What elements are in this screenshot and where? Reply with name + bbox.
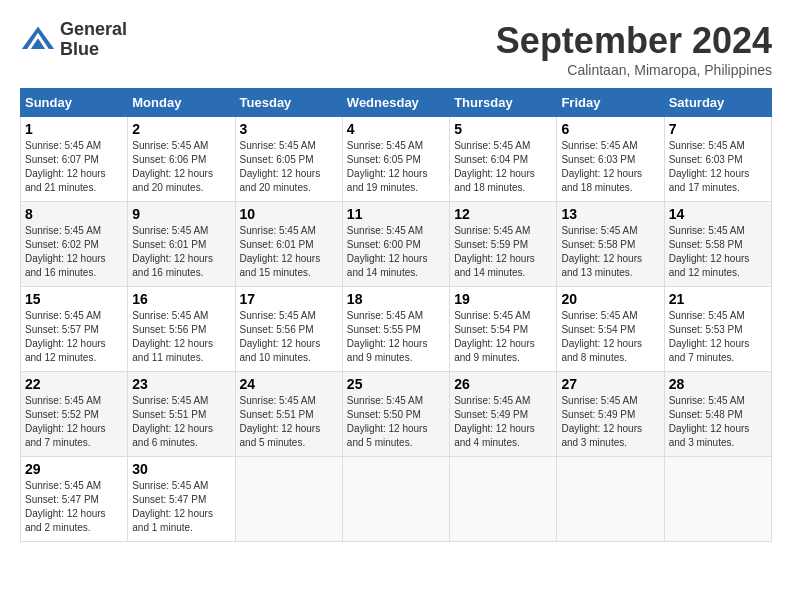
day-number: 14 <box>669 206 767 222</box>
cell-info: Sunrise: 5:45 AM Sunset: 5:59 PM Dayligh… <box>454 224 552 280</box>
col-header-sunday: Sunday <box>21 89 128 117</box>
week-row-3: 15Sunrise: 5:45 AM Sunset: 5:57 PM Dayli… <box>21 287 772 372</box>
logo-text: General Blue <box>60 20 127 60</box>
calendar-cell: 23Sunrise: 5:45 AM Sunset: 5:51 PM Dayli… <box>128 372 235 457</box>
day-number: 16 <box>132 291 230 307</box>
calendar-cell: 16Sunrise: 5:45 AM Sunset: 5:56 PM Dayli… <box>128 287 235 372</box>
calendar-cell: 7Sunrise: 5:45 AM Sunset: 6:03 PM Daylig… <box>664 117 771 202</box>
calendar-cell: 15Sunrise: 5:45 AM Sunset: 5:57 PM Dayli… <box>21 287 128 372</box>
calendar-cell: 1Sunrise: 5:45 AM Sunset: 6:07 PM Daylig… <box>21 117 128 202</box>
day-number: 9 <box>132 206 230 222</box>
day-number: 20 <box>561 291 659 307</box>
cell-info: Sunrise: 5:45 AM Sunset: 5:47 PM Dayligh… <box>132 479 230 535</box>
calendar-cell <box>450 457 557 542</box>
day-number: 3 <box>240 121 338 137</box>
cell-info: Sunrise: 5:45 AM Sunset: 5:54 PM Dayligh… <box>454 309 552 365</box>
day-number: 18 <box>347 291 445 307</box>
day-number: 29 <box>25 461 123 477</box>
cell-info: Sunrise: 5:45 AM Sunset: 6:06 PM Dayligh… <box>132 139 230 195</box>
cell-info: Sunrise: 5:45 AM Sunset: 6:02 PM Dayligh… <box>25 224 123 280</box>
calendar-cell: 24Sunrise: 5:45 AM Sunset: 5:51 PM Dayli… <box>235 372 342 457</box>
calendar-cell: 5Sunrise: 5:45 AM Sunset: 6:04 PM Daylig… <box>450 117 557 202</box>
calendar-cell: 17Sunrise: 5:45 AM Sunset: 5:56 PM Dayli… <box>235 287 342 372</box>
day-number: 4 <box>347 121 445 137</box>
day-number: 25 <box>347 376 445 392</box>
calendar-cell: 29Sunrise: 5:45 AM Sunset: 5:47 PM Dayli… <box>21 457 128 542</box>
header-row: SundayMondayTuesdayWednesdayThursdayFrid… <box>21 89 772 117</box>
day-number: 24 <box>240 376 338 392</box>
calendar-cell: 21Sunrise: 5:45 AM Sunset: 5:53 PM Dayli… <box>664 287 771 372</box>
cell-info: Sunrise: 5:45 AM Sunset: 5:49 PM Dayligh… <box>454 394 552 450</box>
day-number: 23 <box>132 376 230 392</box>
day-number: 17 <box>240 291 338 307</box>
logo: General Blue <box>20 20 127 60</box>
day-number: 5 <box>454 121 552 137</box>
day-number: 22 <box>25 376 123 392</box>
day-number: 27 <box>561 376 659 392</box>
cell-info: Sunrise: 5:45 AM Sunset: 5:56 PM Dayligh… <box>240 309 338 365</box>
day-number: 12 <box>454 206 552 222</box>
cell-info: Sunrise: 5:45 AM Sunset: 5:48 PM Dayligh… <box>669 394 767 450</box>
week-row-1: 1Sunrise: 5:45 AM Sunset: 6:07 PM Daylig… <box>21 117 772 202</box>
day-number: 21 <box>669 291 767 307</box>
day-number: 28 <box>669 376 767 392</box>
cell-info: Sunrise: 5:45 AM Sunset: 5:51 PM Dayligh… <box>240 394 338 450</box>
day-number: 15 <box>25 291 123 307</box>
day-number: 6 <box>561 121 659 137</box>
calendar-cell: 9Sunrise: 5:45 AM Sunset: 6:01 PM Daylig… <box>128 202 235 287</box>
day-number: 1 <box>25 121 123 137</box>
calendar-cell: 4Sunrise: 5:45 AM Sunset: 6:05 PM Daylig… <box>342 117 449 202</box>
cell-info: Sunrise: 5:45 AM Sunset: 6:07 PM Dayligh… <box>25 139 123 195</box>
cell-info: Sunrise: 5:45 AM Sunset: 6:00 PM Dayligh… <box>347 224 445 280</box>
day-number: 8 <box>25 206 123 222</box>
calendar-cell: 6Sunrise: 5:45 AM Sunset: 6:03 PM Daylig… <box>557 117 664 202</box>
calendar-cell: 10Sunrise: 5:45 AM Sunset: 6:01 PM Dayli… <box>235 202 342 287</box>
cell-info: Sunrise: 5:45 AM Sunset: 6:01 PM Dayligh… <box>240 224 338 280</box>
cell-info: Sunrise: 5:45 AM Sunset: 5:55 PM Dayligh… <box>347 309 445 365</box>
cell-info: Sunrise: 5:45 AM Sunset: 6:05 PM Dayligh… <box>240 139 338 195</box>
calendar-cell: 14Sunrise: 5:45 AM Sunset: 5:58 PM Dayli… <box>664 202 771 287</box>
cell-info: Sunrise: 5:45 AM Sunset: 5:58 PM Dayligh… <box>669 224 767 280</box>
calendar-table: SundayMondayTuesdayWednesdayThursdayFrid… <box>20 88 772 542</box>
cell-info: Sunrise: 5:45 AM Sunset: 5:52 PM Dayligh… <box>25 394 123 450</box>
week-row-2: 8Sunrise: 5:45 AM Sunset: 6:02 PM Daylig… <box>21 202 772 287</box>
cell-info: Sunrise: 5:45 AM Sunset: 6:05 PM Dayligh… <box>347 139 445 195</box>
day-number: 19 <box>454 291 552 307</box>
calendar-cell: 19Sunrise: 5:45 AM Sunset: 5:54 PM Dayli… <box>450 287 557 372</box>
logo-icon <box>20 22 56 58</box>
col-header-thursday: Thursday <box>450 89 557 117</box>
calendar-cell: 20Sunrise: 5:45 AM Sunset: 5:54 PM Dayli… <box>557 287 664 372</box>
cell-info: Sunrise: 5:45 AM Sunset: 5:56 PM Dayligh… <box>132 309 230 365</box>
cell-info: Sunrise: 5:45 AM Sunset: 5:54 PM Dayligh… <box>561 309 659 365</box>
calendar-cell: 13Sunrise: 5:45 AM Sunset: 5:58 PM Dayli… <box>557 202 664 287</box>
calendar-cell: 25Sunrise: 5:45 AM Sunset: 5:50 PM Dayli… <box>342 372 449 457</box>
cell-info: Sunrise: 5:45 AM Sunset: 6:03 PM Dayligh… <box>561 139 659 195</box>
calendar-cell <box>664 457 771 542</box>
calendar-cell: 3Sunrise: 5:45 AM Sunset: 6:05 PM Daylig… <box>235 117 342 202</box>
calendar-cell <box>235 457 342 542</box>
cell-info: Sunrise: 5:45 AM Sunset: 6:03 PM Dayligh… <box>669 139 767 195</box>
cell-info: Sunrise: 5:45 AM Sunset: 5:57 PM Dayligh… <box>25 309 123 365</box>
calendar-cell: 22Sunrise: 5:45 AM Sunset: 5:52 PM Dayli… <box>21 372 128 457</box>
day-number: 10 <box>240 206 338 222</box>
cell-info: Sunrise: 5:45 AM Sunset: 5:49 PM Dayligh… <box>561 394 659 450</box>
calendar-cell: 26Sunrise: 5:45 AM Sunset: 5:49 PM Dayli… <box>450 372 557 457</box>
calendar-cell <box>557 457 664 542</box>
calendar-cell <box>342 457 449 542</box>
cell-info: Sunrise: 5:45 AM Sunset: 5:51 PM Dayligh… <box>132 394 230 450</box>
col-header-monday: Monday <box>128 89 235 117</box>
week-row-5: 29Sunrise: 5:45 AM Sunset: 5:47 PM Dayli… <box>21 457 772 542</box>
calendar-cell: 30Sunrise: 5:45 AM Sunset: 5:47 PM Dayli… <box>128 457 235 542</box>
col-header-tuesday: Tuesday <box>235 89 342 117</box>
col-header-wednesday: Wednesday <box>342 89 449 117</box>
title-area: September 2024 Calintaan, Mimaropa, Phil… <box>496 20 772 78</box>
week-row-4: 22Sunrise: 5:45 AM Sunset: 5:52 PM Dayli… <box>21 372 772 457</box>
calendar-cell: 8Sunrise: 5:45 AM Sunset: 6:02 PM Daylig… <box>21 202 128 287</box>
cell-info: Sunrise: 5:45 AM Sunset: 5:53 PM Dayligh… <box>669 309 767 365</box>
cell-info: Sunrise: 5:45 AM Sunset: 6:01 PM Dayligh… <box>132 224 230 280</box>
location-title: Calintaan, Mimaropa, Philippines <box>496 62 772 78</box>
day-number: 30 <box>132 461 230 477</box>
col-header-friday: Friday <box>557 89 664 117</box>
day-number: 11 <box>347 206 445 222</box>
calendar-cell: 12Sunrise: 5:45 AM Sunset: 5:59 PM Dayli… <box>450 202 557 287</box>
